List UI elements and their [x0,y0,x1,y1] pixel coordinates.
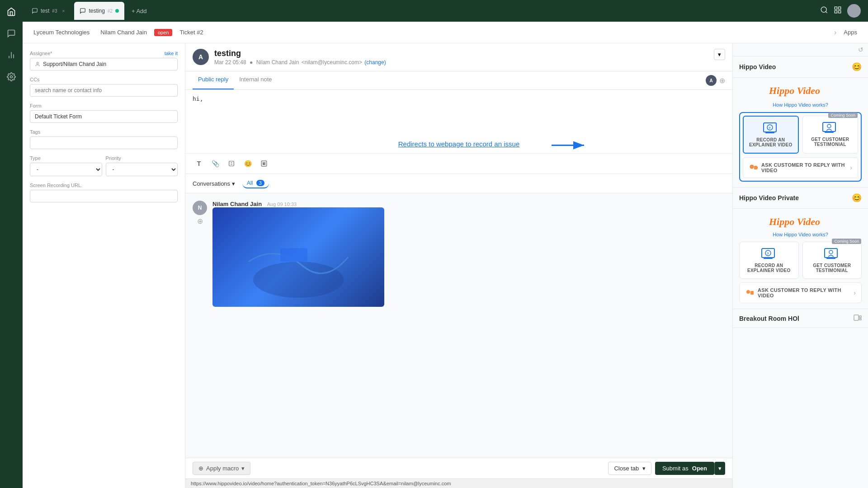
ccs-label: CCs [30,77,178,82]
svg-point-25 [827,124,831,128]
annotation-container: Redirects to webpage to record an issue [185,138,732,153]
svg-point-17 [253,262,344,298]
hippo-subtitle[interactable]: How Hippo Video works? [739,102,862,108]
breakout-room-icon[interactable] [854,314,862,322]
svg-rect-24 [823,122,835,131]
private-ask-customer-btn[interactable]: ASK CUSTOMER TO REPLY WITH VIDEO › [739,282,862,303]
conversation-meta: Mar 22 05:48 ● Nilam Chand Jain <nilam@l… [214,59,386,66]
left-panel: Assignee* take it Support/Nilam Chand Ja… [23,43,185,488]
tab-public-reply[interactable]: Public reply [193,71,234,89]
conversations-label[interactable]: Conversations ▾ [193,180,235,187]
left-sidebar [0,0,23,488]
sidebar-inbox-icon[interactable] [4,26,19,41]
conversation-change-link[interactable]: (change) [364,59,386,66]
private-record-explainer-option[interactable]: ? RECORD AN EXPLAINER VIDEO [739,242,799,279]
breakout-room-title: Breakout Room HOl [739,315,799,322]
hippo-video-body: Hippo Video How Hippo Video works? [733,78,868,188]
breadcrumb-expand-icon[interactable]: › [834,28,836,37]
tab-testing[interactable]: testing #2 [74,2,124,20]
user-avatar-icon[interactable] [847,4,861,18]
breadcrumb-company[interactable]: Lyceum Technologies [30,27,93,38]
private-get-testimonial-option[interactable]: Coming Soon GET CUSTOMER TES [802,242,862,279]
screen-url-label: Screen Recording URL. [30,183,178,188]
tab-internal-note[interactable]: Internal note [234,71,277,89]
ask-customer-arrow-icon: › [850,164,852,171]
url-text: https://www.hippovideo.io/video/home?aut… [191,481,451,486]
tab-test-close[interactable]: × [60,7,67,14]
tags-field-group: Tags [30,129,178,149]
tags-input[interactable] [30,136,178,149]
take-it-link[interactable]: take it [165,51,178,56]
private-record-explainer-label: RECORD AN EXPLAINER VIDEO [743,263,795,273]
breadcrumb-status: open [154,29,172,36]
svg-text:?: ? [767,252,769,256]
svg-rect-13 [229,161,234,166]
bottom-bar: ⊕ Apply macro ▾ Close tab ▾ Submit as [185,458,732,479]
svg-point-4 [821,7,826,12]
conversation-count: 3 [256,180,264,186]
right-panel-refresh-icon[interactable]: ↺ [858,46,863,53]
private-record-explainer-icon: ? [743,248,795,260]
private-ask-icon-group [745,289,754,296]
tab-add-button[interactable]: + Add [126,5,152,17]
conversation-avatar: A [193,49,209,65]
attach-btn[interactable]: 📎 [209,157,222,170]
breadcrumb-contact[interactable]: Nilam Chand Jain [97,27,151,38]
message-sender: Nilam Chand Jain [212,201,262,207]
close-tab-btn[interactable]: Close tab ▾ [608,462,651,475]
get-testimonial-option[interactable]: Coming Soon [802,116,859,154]
conversation-header: A testing Mar 22 05:48 ● Nilam Chand Jai… [185,43,732,71]
coming-soon-badge: Coming Soon [828,113,858,118]
message-header: Nilam Chand Jain Aug 09 10:33 [212,201,725,207]
apply-macro-btn[interactable]: ⊕ Apply macro ▾ [193,462,250,475]
search-icon[interactable] [820,6,828,16]
hippo-video-icon: 😊 [852,62,862,72]
priority-select[interactable]: - [106,163,178,176]
submit-btn[interactable]: Submit as Open [655,462,714,475]
header-dropdown-btn[interactable]: ▾ [714,49,725,60]
svg-rect-7 [839,7,841,9]
grid-icon[interactable] [834,6,842,16]
ask-customer-btn[interactable]: ASK CUSTOMER TO REPLY WITH VIDEO › [743,157,858,178]
svg-text:?: ? [769,126,771,130]
submit-split-btn[interactable]: ▾ [714,462,725,475]
form-field-group: Form [30,103,178,123]
record-explainer-option[interactable]: ? RECORD AN EXPLAINER VIDEO [743,116,799,154]
screen-url-input[interactable] [30,190,178,202]
reply-avatar: A [706,75,717,86]
svg-rect-36 [825,249,837,258]
svg-rect-6 [835,7,837,9]
svg-text:Hippo Video: Hippo Video [769,85,820,96]
hippo-private-subtitle[interactable]: How Hippo Video works? [739,232,862,237]
sidebar-chart-icon[interactable] [4,48,19,62]
sidebar-home-icon[interactable] [4,5,19,19]
breadcrumb-ticket[interactable]: Ticket #2 [176,27,207,38]
hippo-logo-text: Hippo Video [769,89,832,100]
template-btn[interactable] [225,157,238,170]
record-explainer-label: RECORD AN EXPLAINER VIDEO [747,137,794,147]
svg-point-39 [746,290,750,294]
tab-test[interactable]: test #3 × [26,2,72,20]
reply-input[interactable]: hi, [193,95,725,131]
screen-url-field-group: Screen Recording URL. [30,183,178,202]
ccs-input[interactable] [30,84,178,97]
svg-rect-41 [854,315,859,320]
breadcrumb-apps-label[interactable]: Apps [840,27,861,38]
hippo-video-section: Hippo Video 😊 Hippo Video How Hippo Vide… [733,56,868,188]
submit-btn-group: Submit as Open ▾ [655,462,725,475]
sidebar-settings-icon[interactable] [4,70,19,84]
message-video[interactable] [212,207,384,307]
emoji-btn[interactable]: 😊 [241,157,254,170]
svg-rect-23 [765,132,774,133]
add-cc-btn[interactable]: ⊕ [719,76,725,85]
message-expand-icon[interactable]: ⊕ [197,217,203,225]
bold-btn[interactable]: T [193,157,205,170]
type-select[interactable]: - [30,163,102,176]
assignee-input[interactable]: Support/Nilam Chand Jain [30,58,178,70]
apply-macro-chevron: ▾ [241,465,245,472]
private-coming-soon-badge: Coming Soon [832,239,861,244]
gif-btn[interactable] [258,157,270,170]
reply-toolbar: T 📎 😊 [185,153,732,174]
form-input[interactable] [30,110,178,123]
filter-all[interactable]: All 3 [242,178,269,188]
